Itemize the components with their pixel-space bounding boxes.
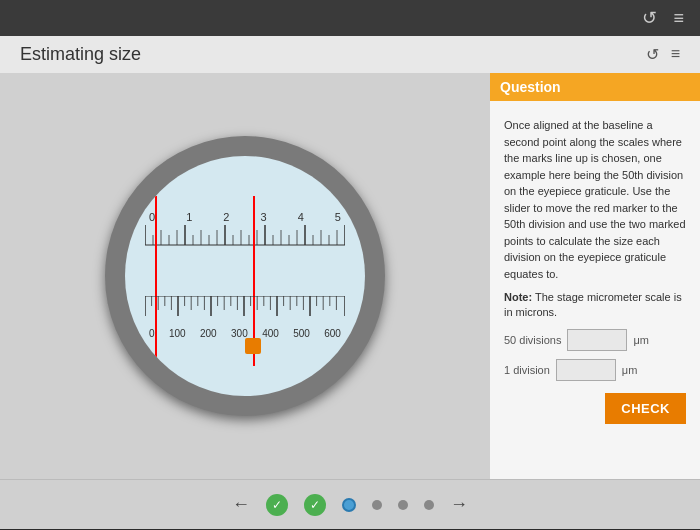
scale-num-500: 500: [293, 328, 310, 339]
field2-input[interactable]: [556, 359, 616, 381]
scale-num-100: 100: [169, 328, 186, 339]
title-icons: ↺ ≡: [646, 45, 680, 64]
microscope-outer: 0 1 2 3 4 5: [105, 136, 385, 416]
refresh-title-icon[interactable]: ↺: [646, 45, 659, 64]
field1-unit: μm: [633, 334, 649, 346]
check-button[interactable]: CHECK: [605, 393, 686, 424]
microscope-area: 0 1 2 3 4 5: [0, 73, 490, 479]
slider-handle[interactable]: [245, 338, 261, 354]
scale-num-600: 600: [324, 328, 341, 339]
nav-dot-1[interactable]: [372, 500, 382, 510]
nav-check-icon[interactable]: ✓: [266, 494, 288, 516]
page-title-bar: Estimating size ↺ ≡: [0, 36, 700, 73]
page-title: Estimating size: [20, 44, 141, 65]
top-scale: 0 1 2 3 4 5: [145, 211, 345, 261]
scale-num-400: 400: [262, 328, 279, 339]
question-body: Once aligned at the baseline a second po…: [504, 117, 686, 282]
nav-check-icon-2[interactable]: ✓: [304, 494, 326, 516]
menu-title-icon[interactable]: ≡: [671, 45, 680, 64]
scale-container: 0 1 2 3 4 5: [125, 156, 365, 396]
question-panel: Question Once aligned at the baseline a …: [490, 73, 700, 479]
input-row-1: 1 division μm: [504, 359, 686, 381]
nav-dot-active[interactable]: [342, 498, 356, 512]
scale-num-0b: 0: [149, 328, 155, 339]
bottom-scale-ticks: [145, 296, 345, 326]
scale-num-4: 4: [298, 211, 304, 223]
field2-label: 1 division: [504, 364, 550, 376]
top-bar: ↺ ≡: [0, 0, 700, 36]
top-scale-ticks: [145, 225, 345, 255]
question-header: Question: [490, 73, 700, 101]
scale-num-1: 1: [186, 211, 192, 223]
nav-dot-2[interactable]: [398, 500, 408, 510]
back-arrow[interactable]: ←: [232, 494, 250, 515]
scale-num-200: 200: [200, 328, 217, 339]
input-row-50: 50 divisions μm: [504, 329, 686, 351]
field1-label: 50 divisions: [504, 334, 561, 346]
nav-dot-3[interactable]: [424, 500, 434, 510]
note-label: Note:: [504, 291, 532, 303]
microscope-inner: 0 1 2 3 4 5: [125, 156, 365, 396]
field2-unit: μm: [622, 364, 638, 376]
scale-num-2: 2: [223, 211, 229, 223]
forward-arrow[interactable]: →: [450, 494, 468, 515]
bottom-scale-svg: [145, 296, 345, 326]
question-note: Note: The stage micrometer scale is in m…: [504, 290, 686, 321]
menu-icon[interactable]: ≡: [673, 8, 684, 29]
top-scale-svg: [145, 225, 345, 255]
scale-num-5: 5: [335, 211, 341, 223]
top-scale-numbers: 0 1 2 3 4 5: [145, 211, 345, 223]
field1-input[interactable]: [567, 329, 627, 351]
scale-num-3: 3: [261, 211, 267, 223]
main-content: 0 1 2 3 4 5: [0, 73, 700, 479]
bottom-nav: ← ✓ ✓ →: [0, 479, 700, 529]
refresh-icon[interactable]: ↺: [642, 7, 657, 29]
